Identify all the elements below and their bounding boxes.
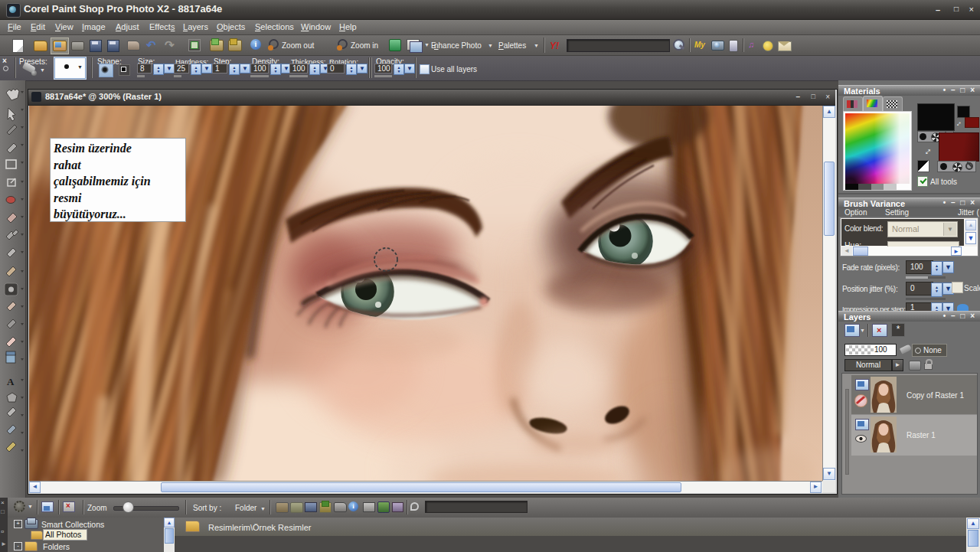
svg-text:A: A <box>7 376 15 387</box>
